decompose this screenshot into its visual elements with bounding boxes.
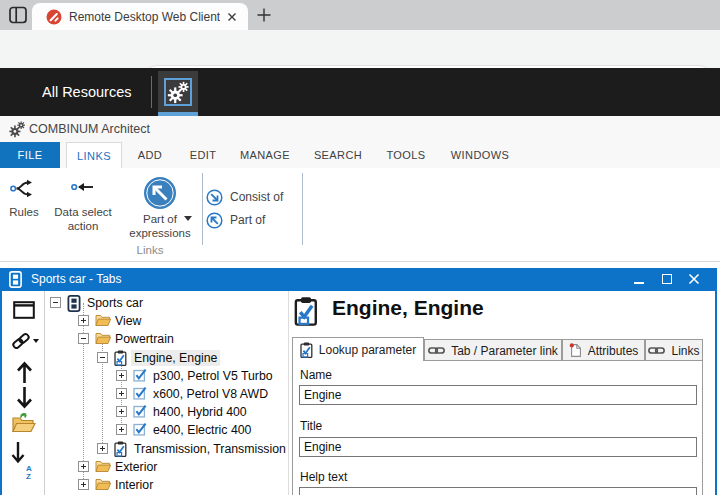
expand-icon[interactable] [97, 443, 108, 454]
expand-icon[interactable] [116, 370, 127, 381]
tab-actions-menu-icon[interactable] [8, 6, 28, 24]
move-up-icon[interactable] [16, 361, 33, 384]
tab-lookup-parameter[interactable]: Lookup parameter [292, 337, 424, 361]
app-title: COMBINUM Architect [29, 116, 150, 142]
tree-item-label[interactable]: h400, Hybrid 400 [150, 404, 250, 420]
tree-item-label[interactable]: e400, Electric 400 [150, 422, 254, 438]
divider [302, 173, 303, 245]
tab-tab-parameter-link[interactable]: Tab / Parameter link [424, 339, 562, 361]
ribbon-tab-tools[interactable]: TOOLS [380, 142, 432, 168]
part-of-menu-item[interactable]: Part of [230, 213, 265, 227]
chevron-down-icon[interactable] [33, 339, 39, 343]
circle-arrow-downright-icon[interactable] [206, 189, 223, 206]
browser-tab[interactable]: Remote Desktop Web Client [32, 3, 248, 30]
webclient-header-bar: All Resources [0, 68, 720, 116]
clipboard-icon [300, 342, 313, 358]
tree-item-label[interactable]: Sports car [84, 295, 146, 311]
tab-content-panel [292, 360, 703, 495]
panel-divider [288, 291, 289, 495]
ribbon-tab-links[interactable]: LINKS [66, 142, 122, 169]
tree-item: Interior [46, 476, 288, 494]
expand-icon[interactable] [78, 479, 89, 490]
tree-item-label[interactable]: p300, Petrol V5 Turbo [150, 368, 276, 384]
field-label-help-text: Help text [300, 470, 347, 484]
move-down-icon[interactable] [16, 386, 33, 409]
collapse-icon[interactable] [50, 297, 61, 308]
ribbon-tab-file[interactable]: FILE [0, 142, 60, 168]
maximize-icon[interactable] [662, 274, 672, 284]
ribbon-tab-windows[interactable]: WINDOWS [448, 142, 512, 168]
expand-icon[interactable] [78, 461, 89, 472]
field-input-name[interactable] [299, 385, 697, 405]
ribbon-tab-add[interactable]: ADD [128, 142, 172, 168]
expand-icon[interactable] [116, 388, 127, 399]
gears-icon [166, 80, 190, 104]
tree-item-label[interactable]: Exterior [112, 459, 160, 475]
browser-tab-strip: Remote Desktop Web Client [0, 0, 720, 30]
open-folder-icon[interactable] [11, 412, 36, 433]
sports-car-tabs-window: Sports car - Tabs [0, 268, 717, 495]
expand-icon[interactable] [116, 406, 127, 417]
expand-icon[interactable] [116, 424, 127, 435]
tree-item: Exterior [46, 458, 288, 476]
field-input-title[interactable] [299, 437, 697, 457]
chevron-down-icon[interactable] [184, 216, 192, 221]
folder-icon [95, 477, 111, 493]
data-select-action-button[interactable]: Data select action [51, 205, 115, 233]
tree-item-label[interactable]: x600, Petrol V8 AWD [150, 386, 271, 402]
window-title: Sports car - Tabs [31, 268, 121, 291]
new-tab-page-icon[interactable] [13, 301, 35, 319]
screen: Remote Desktop Web Client https://rdweb.… [0, 0, 720, 495]
folder-icon [95, 313, 111, 329]
tab-attributes[interactable]: Attributes [562, 339, 645, 361]
tab-close-icon[interactable] [224, 9, 240, 25]
tab-title: Remote Desktop Web Client [69, 10, 220, 24]
minimize-icon[interactable] [634, 282, 644, 284]
collapse-icon[interactable] [78, 333, 89, 344]
checkbox-icon [133, 422, 149, 438]
link-icon[interactable] [11, 331, 31, 351]
consist-of-menu-item[interactable]: Consist of [230, 190, 283, 204]
remote-desktop-favicon-icon [46, 9, 62, 25]
field-input-help-text[interactable] [299, 487, 697, 495]
expand-icon[interactable] [78, 315, 89, 326]
gears-icon [8, 120, 26, 138]
divider [202, 173, 203, 245]
tree-item: Transmission, Transmission [46, 440, 288, 458]
ribbon-tab-search[interactable]: SEARCH [308, 142, 368, 168]
tree-item-label[interactable]: View [112, 313, 144, 329]
combinum-app-tile[interactable] [158, 71, 198, 112]
app-titlebar: COMBINUM Architect [0, 116, 720, 142]
clipboard-icon [114, 350, 130, 366]
tree-item-label[interactable]: Powertrain [112, 331, 177, 347]
ribbon-group-links: Rules Data select action Part of express… [0, 168, 720, 262]
tree-item: View [46, 312, 288, 330]
tab-label: Tab / Parameter link [451, 344, 558, 358]
sort-az-icon[interactable] [11, 441, 25, 464]
window-titlebar[interactable]: Sports car - Tabs [0, 268, 717, 291]
data-select-action-icon[interactable] [71, 180, 95, 194]
checkbox-icon [133, 368, 149, 384]
app-tile-frame [164, 78, 192, 106]
part-of-expressions-icon[interactable] [143, 176, 177, 210]
collapse-icon[interactable] [97, 352, 108, 363]
divider [151, 76, 152, 108]
ribbon-tab-strip: FILELINKSADDEDITMANAGESEARCHTOOLSWINDOWS [0, 142, 720, 168]
ribbon-tab-manage[interactable]: MANAGE [234, 142, 296, 168]
tree-item-label[interactable]: Interior [112, 477, 156, 493]
rules-icon[interactable] [10, 179, 36, 198]
circle-arrow-upleft-icon[interactable] [206, 212, 223, 229]
all-resources-label[interactable]: All Resources [42, 68, 131, 116]
tabs-window-icon [9, 271, 22, 288]
clipboard-icon [294, 294, 318, 328]
new-tab-button[interactable] [256, 7, 272, 23]
field-label-name: Name [300, 368, 332, 382]
rules-button[interactable]: Rules [0, 205, 48, 219]
tab-label: Attributes [588, 344, 639, 358]
close-icon[interactable] [688, 273, 700, 285]
tree-item: e400, Electric 400 [46, 421, 288, 439]
ribbon-tab-edit[interactable]: EDIT [180, 142, 226, 168]
tree-item-label[interactable]: Transmission, Transmission [131, 441, 288, 457]
tab-links[interactable]: Links [645, 339, 703, 361]
tree-item-label[interactable]: Engine, Engine [131, 350, 220, 366]
